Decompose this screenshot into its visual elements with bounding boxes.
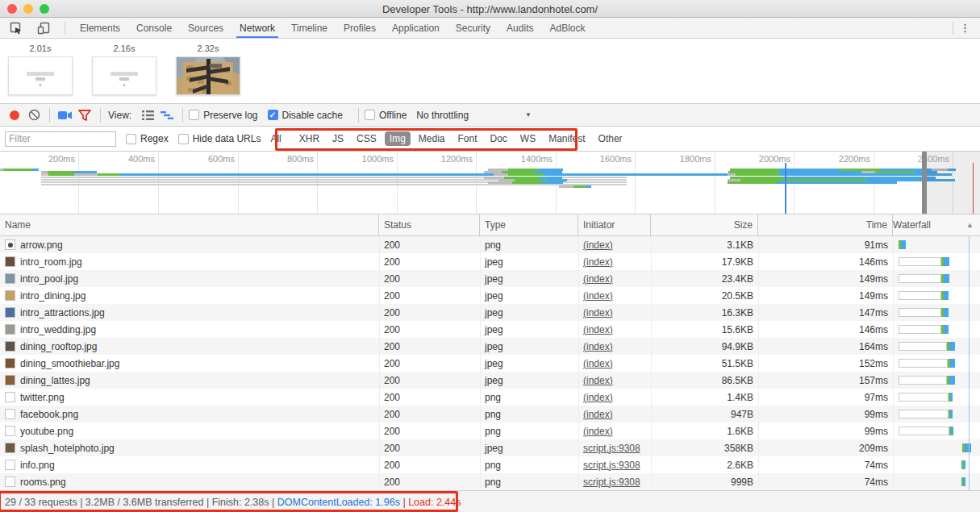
table-row[interactable]: facebook.png200png(index)947B99ms: [0, 406, 980, 423]
filter-bar: Regex Hide data URLs All XHRJSCSSImgMedi…: [0, 127, 980, 152]
initiator-link[interactable]: (index): [583, 239, 613, 251]
overview-request-bar: [728, 181, 776, 184]
record-button[interactable]: [5, 106, 24, 125]
capture-screenshots-icon[interactable]: [56, 106, 75, 125]
initiator-link[interactable]: (index): [583, 324, 613, 335]
cell-type: jpeg: [480, 355, 578, 372]
column-header-label: Status: [384, 219, 411, 231]
resource-name: dining_rooftop.jpg: [20, 341, 97, 352]
column-header-waterfall[interactable]: Waterfall▲: [893, 214, 980, 235]
waterfall-view-icon[interactable]: [157, 106, 177, 125]
overview-drag-handle[interactable]: [922, 152, 927, 214]
initiator-link[interactable]: (index): [583, 392, 613, 403]
filmstrip-frame[interactable]: 2.01s: [8, 44, 73, 95]
column-header-initiator[interactable]: Initiator: [578, 214, 651, 235]
table-row[interactable]: twitter.png200png(index)1.4KB97ms: [0, 389, 980, 406]
tab-network[interactable]: Network: [231, 18, 283, 38]
table-row[interactable]: rooms.png200pngscript.js:9308999B74ms: [0, 473, 980, 490]
column-header-label: Time: [866, 219, 887, 231]
disable-cache-checkbox[interactable]: ✓ Disable cache: [268, 110, 343, 121]
preserve-log-checkbox[interactable]: Preserve log: [189, 110, 257, 121]
filter-type-media[interactable]: Media: [414, 131, 450, 146]
sort-ascending-icon[interactable]: ▲: [966, 221, 974, 229]
table-row[interactable]: dining_lattes.jpg200jpeg(index)86.5KB157…: [0, 372, 980, 389]
initiator-link[interactable]: script.js:9308: [583, 460, 640, 471]
waterfall-bar-segment: [963, 460, 965, 469]
regex-checkbox[interactable]: Regex: [126, 133, 169, 144]
request-table-body: arrow.png200png(index)3.1KB91msintro_roo…: [0, 236, 980, 490]
table-row[interactable]: intro_attractions.jpg200jpeg(index)16.3K…: [0, 304, 980, 321]
filter-type-font[interactable]: Font: [453, 131, 482, 146]
filter-type-manifest[interactable]: Manifest: [544, 131, 590, 146]
initiator-link[interactable]: script.js:9308: [583, 477, 640, 488]
column-header-type[interactable]: Type: [480, 214, 578, 235]
filter-type-img[interactable]: Img: [385, 131, 411, 146]
resource-thumbnail-icon: [5, 443, 15, 453]
filter-type-js[interactable]: JS: [327, 131, 348, 146]
cell-time: 99ms: [758, 406, 893, 423]
table-row[interactable]: dining_smoothiebar.jpg200jpeg(index)51.5…: [0, 355, 980, 372]
cell-waterfall: [893, 406, 980, 423]
initiator-link[interactable]: (index): [583, 256, 613, 268]
overview-request-bar: [74, 173, 98, 176]
resource-name: rooms.png: [20, 477, 66, 488]
tab-timeline[interactable]: Timeline: [283, 18, 336, 38]
cell-name: dining_smoothiebar.jpg: [0, 355, 379, 372]
table-row[interactable]: splash_hotelphoto.jpg200jpegscript.js:93…: [0, 439, 980, 456]
device-toolbar-icon[interactable]: [34, 19, 53, 38]
filter-icon[interactable]: [75, 106, 94, 125]
tab-sources[interactable]: Sources: [180, 18, 231, 38]
timeline-overview[interactable]: 200ms400ms600ms800ms1000ms1200ms1400ms16…: [0, 152, 980, 214]
filter-type-all[interactable]: All: [270, 133, 281, 144]
column-header-name[interactable]: Name: [0, 214, 379, 235]
inspect-element-icon[interactable]: [6, 19, 26, 38]
cell-time: 146ms: [758, 321, 893, 338]
cell-initiator: (index): [578, 355, 651, 372]
tab-elements[interactable]: Elements: [72, 18, 128, 38]
tab-profiles[interactable]: Profiles: [336, 18, 384, 38]
filter-type-doc[interactable]: Doc: [486, 131, 512, 146]
initiator-link[interactable]: (index): [583, 375, 613, 386]
hide-data-urls-checkbox[interactable]: Hide data URLs: [178, 133, 261, 144]
filter-type-other[interactable]: Other: [594, 131, 628, 146]
column-header-status[interactable]: Status: [379, 214, 480, 235]
tab-adblock[interactable]: AdBlock: [541, 18, 593, 38]
filter-input[interactable]: [5, 131, 116, 147]
table-row[interactable]: intro_room.jpg200jpeg(index)17.9KB146ms: [0, 253, 980, 270]
initiator-link[interactable]: (index): [583, 290, 613, 302]
table-row[interactable]: dining_rooftop.jpg200jpeg(index)94.9KB16…: [0, 338, 980, 355]
table-row[interactable]: intro_dining.jpg200jpeg(index)20.5KB149m…: [0, 287, 980, 304]
initiator-link[interactable]: (index): [583, 409, 613, 420]
column-header-size[interactable]: Size: [651, 214, 758, 235]
resource-thumbnail-icon: [5, 290, 15, 301]
column-header-time[interactable]: Time: [758, 214, 893, 235]
table-row[interactable]: intro_wedding.jpg200jpeg(index)15.6KB146…: [0, 321, 980, 338]
list-view-icon[interactable]: [138, 106, 157, 125]
offline-checkbox[interactable]: Offline: [365, 110, 407, 121]
initiator-link[interactable]: (index): [583, 341, 613, 352]
cell-type: png: [480, 423, 578, 439]
tab-security[interactable]: Security: [448, 18, 498, 38]
initiator-link[interactable]: script.js:9308: [583, 443, 640, 454]
table-row[interactable]: intro_pool.jpg200jpeg(index)23.4KB149ms: [0, 270, 980, 287]
table-row[interactable]: info.png200pngscript.js:93082.6KB74ms: [0, 456, 980, 473]
initiator-link[interactable]: (index): [583, 307, 613, 318]
more-options-icon[interactable]: ⋮: [957, 23, 974, 33]
initiator-link[interactable]: (index): [583, 358, 613, 369]
tab-console[interactable]: Console: [128, 18, 180, 38]
filter-type-ws[interactable]: WS: [515, 131, 540, 146]
initiator-link[interactable]: (index): [583, 273, 613, 285]
filmstrip-frame[interactable]: 2.32s: [176, 44, 240, 95]
table-row[interactable]: arrow.png200png(index)3.1KB91ms: [0, 236, 980, 253]
summary-separator: |: [400, 497, 408, 508]
tab-audits[interactable]: Audits: [498, 18, 541, 38]
throttling-dropdown[interactable]: No throttling ▼: [416, 110, 532, 121]
table-row[interactable]: youtube.png200png(index)1.6KB99ms: [0, 423, 980, 439]
filter-type-xhr[interactable]: XHR: [294, 131, 324, 146]
filmstrip-frame[interactable]: 2.16s: [92, 44, 156, 95]
clear-icon[interactable]: [24, 106, 44, 125]
initiator-link[interactable]: (index): [583, 426, 613, 437]
tab-application[interactable]: Application: [384, 18, 448, 38]
waterfall-bar-segment: [950, 393, 953, 402]
filter-type-css[interactable]: CSS: [352, 131, 382, 146]
